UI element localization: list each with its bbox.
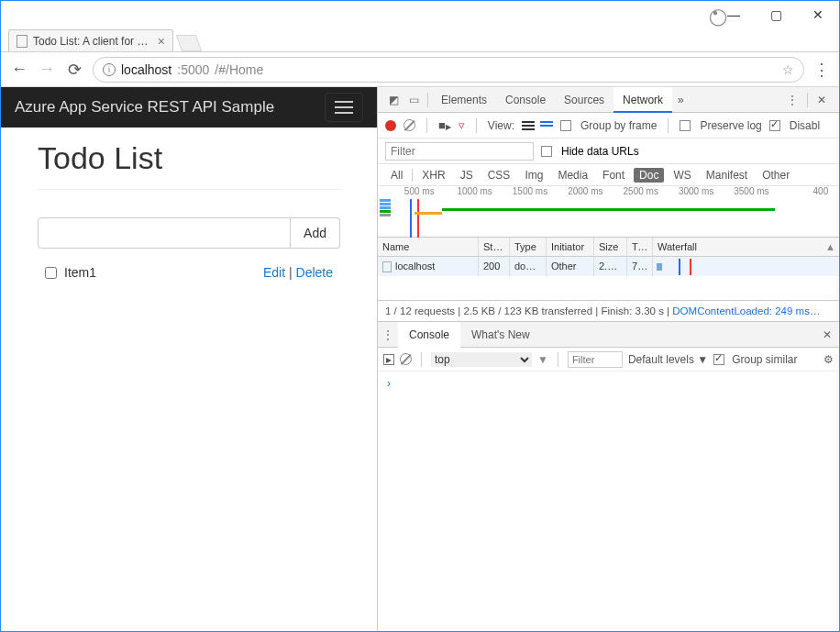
network-table: Name St… Type Initiator Size Ti… Waterfa… bbox=[378, 238, 839, 301]
browser-tab[interactable]: Todo List: A client for sam × bbox=[8, 29, 173, 51]
col-time[interactable]: Ti… bbox=[627, 238, 653, 256]
window-close-button[interactable]: ✕ bbox=[797, 1, 839, 28]
drawer-menu-icon[interactable]: ⋮ bbox=[378, 328, 398, 341]
tab-overflow-icon[interactable]: » bbox=[672, 94, 690, 106]
todo-actions: Edit | Delete bbox=[263, 265, 333, 280]
site-info-icon[interactable]: i bbox=[103, 63, 116, 76]
console-filter-input[interactable] bbox=[568, 351, 623, 368]
reload-button[interactable]: ⟳ bbox=[65, 61, 83, 79]
preserve-log-checkbox[interactable] bbox=[680, 120, 691, 131]
tick: 2000 ms bbox=[568, 186, 602, 196]
filter-img[interactable]: Img bbox=[519, 168, 548, 183]
col-type[interactable]: Type bbox=[510, 238, 547, 256]
summary-requests: 1 / 12 requests bbox=[385, 305, 455, 316]
delete-link[interactable]: Delete bbox=[296, 265, 333, 280]
network-filter-input[interactable] bbox=[385, 142, 534, 161]
console-toolbar: ▸ top ▼ Default levels ▼ Group similar ⚙ bbox=[378, 348, 839, 371]
filter-css[interactable]: CSS bbox=[482, 168, 516, 183]
tab-elements[interactable]: Elements bbox=[432, 87, 496, 113]
console-settings-icon[interactable]: ⚙ bbox=[823, 353, 834, 366]
tab-close-icon[interactable]: × bbox=[158, 34, 165, 49]
col-waterfall[interactable]: Waterfall2.00 s▲ bbox=[653, 238, 839, 256]
filter-media[interactable]: Media bbox=[552, 168, 593, 183]
url-port: :5000 bbox=[177, 62, 209, 77]
col-name[interactable]: Name bbox=[378, 238, 479, 256]
tick: 3000 ms bbox=[679, 186, 713, 196]
overview-bar bbox=[442, 208, 774, 211]
screenshot-icon[interactable]: ■▶ bbox=[438, 118, 451, 132]
forward-button[interactable]: → bbox=[38, 61, 56, 79]
cell-size: 2.… bbox=[594, 257, 627, 276]
separator bbox=[668, 118, 669, 133]
new-tab-button[interactable] bbox=[176, 35, 203, 51]
network-timeline[interactable]: 500 ms 1000 ms 1500 ms 2000 ms 2500 ms 3… bbox=[378, 186, 839, 238]
drawer-close-icon[interactable]: ✕ bbox=[815, 328, 839, 341]
filter-toggle-icon[interactable]: ▿ bbox=[459, 118, 465, 132]
devtools-panel: ◩ ▭ Elements Console Sources Network » ⋮… bbox=[377, 87, 839, 631]
col-size[interactable]: Size bbox=[594, 238, 627, 256]
back-button[interactable]: ← bbox=[10, 61, 28, 79]
record-icon[interactable] bbox=[385, 120, 396, 131]
group-similar-checkbox[interactable] bbox=[713, 354, 724, 365]
browser-tabstrip: Todo List: A client for sam × bbox=[1, 28, 839, 52]
devtools-menu-icon[interactable]: ⋮ bbox=[781, 94, 803, 106]
tab-sources[interactable]: Sources bbox=[555, 87, 613, 113]
console-context-select[interactable]: top bbox=[431, 352, 532, 367]
console-body[interactable]: › bbox=[378, 371, 839, 395]
filter-font[interactable]: Font bbox=[597, 168, 630, 183]
select-chevron-icon: ▼ bbox=[537, 353, 548, 366]
cell-time: 7 … bbox=[627, 257, 653, 276]
navbar-toggle-icon[interactable] bbox=[325, 93, 363, 122]
filter-ws[interactable]: WS bbox=[668, 168, 696, 183]
col-initiator[interactable]: Initiator bbox=[547, 238, 594, 256]
waterfall-bar bbox=[657, 263, 662, 271]
filter-js[interactable]: JS bbox=[455, 168, 479, 183]
view-waterfall-icon[interactable] bbox=[540, 121, 553, 130]
tick: 500 ms bbox=[404, 186, 435, 196]
todo-checkbox[interactable] bbox=[45, 267, 57, 279]
window-maximize-button[interactable]: ▢ bbox=[755, 1, 797, 28]
device-toggle-icon[interactable]: ▭ bbox=[403, 94, 424, 106]
preserve-log-label: Preserve log bbox=[700, 119, 761, 132]
new-item-input[interactable] bbox=[38, 217, 291, 249]
view-label: View: bbox=[488, 119, 514, 132]
network-toolbar: ■▶ ▿ View: Group by frame Preserve log D… bbox=[378, 113, 839, 139]
url-path: /#/Home bbox=[215, 62, 263, 77]
console-sidebar-icon[interactable]: ▸ bbox=[383, 354, 394, 365]
dcl-marker bbox=[679, 259, 680, 275]
tab-console[interactable]: Console bbox=[496, 87, 555, 113]
filter-other[interactable]: Other bbox=[757, 168, 795, 183]
cell-waterfall bbox=[653, 257, 839, 276]
summary-finish: Finish: 3.30 s bbox=[602, 305, 664, 316]
add-button[interactable]: Add bbox=[291, 217, 340, 249]
filter-manifest[interactable]: Manifest bbox=[701, 168, 753, 183]
group-by-frame-label: Group by frame bbox=[580, 119, 657, 132]
filter-doc[interactable]: Doc bbox=[634, 168, 664, 183]
filter-xhr[interactable]: XHR bbox=[416, 168, 450, 183]
console-clear-icon[interactable] bbox=[400, 353, 412, 365]
drawer-tab-whatsnew[interactable]: What's New bbox=[460, 322, 541, 348]
clear-icon[interactable] bbox=[403, 119, 415, 131]
drawer-tab-console[interactable]: Console bbox=[398, 322, 460, 348]
cell-type: do… bbox=[510, 257, 547, 276]
separator bbox=[807, 93, 808, 107]
console-levels[interactable]: Default levels ▼ bbox=[628, 353, 708, 366]
hide-data-urls-label: Hide data URLs bbox=[561, 145, 639, 158]
cell-name-text: localhost bbox=[395, 261, 435, 272]
inspect-element-icon[interactable]: ◩ bbox=[383, 94, 403, 106]
app-brand[interactable]: Azure App Service REST API Sample bbox=[15, 98, 274, 116]
view-list-icon[interactable] bbox=[522, 121, 535, 130]
bookmark-star-icon[interactable]: ☆ bbox=[782, 62, 794, 77]
col-status[interactable]: St… bbox=[479, 238, 510, 256]
edit-link[interactable]: Edit bbox=[263, 265, 285, 280]
tick: 1000 ms bbox=[457, 186, 492, 196]
filter-all[interactable]: All bbox=[385, 168, 408, 183]
col-waterfall-label: Waterfall bbox=[658, 241, 697, 252]
hide-data-urls-checkbox[interactable] bbox=[541, 146, 552, 157]
disable-cache-checkbox[interactable] bbox=[769, 120, 780, 131]
group-by-frame-checkbox[interactable] bbox=[560, 120, 571, 131]
tab-network[interactable]: Network bbox=[613, 87, 672, 113]
devtools-close-icon[interactable]: ✕ bbox=[812, 94, 832, 106]
url-field[interactable]: i localhost:5000/#/Home ☆ bbox=[93, 57, 804, 83]
table-row[interactable]: localhost 200 do… Other 2.… 7 … bbox=[378, 257, 839, 276]
